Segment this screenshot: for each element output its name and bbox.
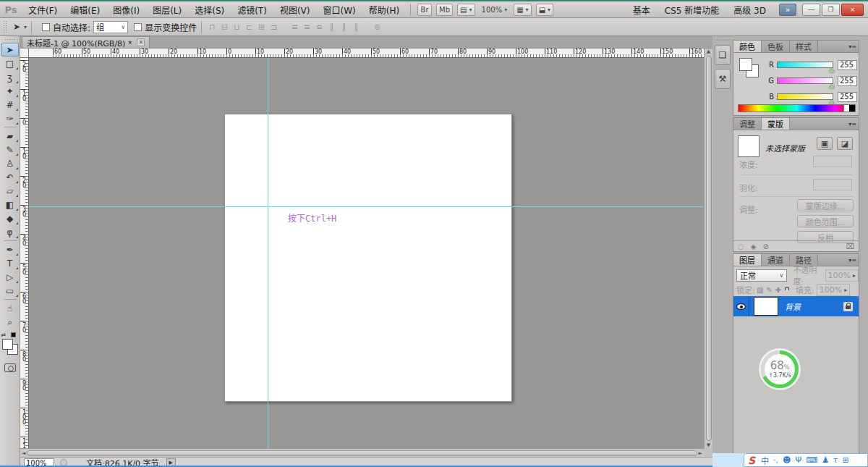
menu-item-1[interactable]: 编辑(E) xyxy=(64,1,106,17)
toolbox-icon[interactable]: ⊞ xyxy=(842,455,848,465)
black-swatch[interactable] xyxy=(849,105,855,112)
lock-image-pixels-icon[interactable]: ✎ xyxy=(766,286,772,294)
mask-button-1[interactable]: 颜色范围... xyxy=(797,215,854,227)
blur-tool[interactable]: ◆ xyxy=(1,211,19,225)
channel-slider-B[interactable] xyxy=(777,93,833,100)
history-brush-tool[interactable]: ↶ xyxy=(1,170,19,184)
layer-thumbnail[interactable] xyxy=(754,297,778,316)
workspace-overflow-button[interactable]: » xyxy=(779,4,796,16)
scroll-up-icon[interactable]: ▲ xyxy=(707,49,710,54)
quick-mask-mode-button[interactable] xyxy=(4,363,16,372)
scroll-right-icon[interactable]: ► xyxy=(699,450,702,456)
hand-tool[interactable]: ☝ xyxy=(1,301,19,315)
sogou-logo[interactable]: S xyxy=(748,455,755,466)
horizontal-ruler[interactable]: 6050403020100102030405060708090100110120… xyxy=(29,49,704,58)
align-horizontal-centers-icon[interactable]: ⊞ xyxy=(255,22,268,32)
masks-panel-tab-1[interactable]: 蒙版 xyxy=(762,118,790,130)
brush-tool[interactable]: ✎ xyxy=(1,143,19,156)
menu-item-7[interactable]: 窗口(W) xyxy=(316,1,362,17)
workspace-button-1[interactable]: CS5 新增功能 xyxy=(658,4,726,16)
screen-mode-button[interactable]: ⬓▾ xyxy=(536,4,553,16)
download-progress-widget[interactable]: 68% ↑3.7K/s xyxy=(761,350,799,388)
tools-panel-grip[interactable] xyxy=(4,38,16,41)
feather-input[interactable] xyxy=(813,179,852,190)
restore-button[interactable]: ❐ xyxy=(822,4,840,16)
channel-value-input[interactable]: 255 xyxy=(838,60,857,70)
distribute-horizontal-centers-icon[interactable]: ∥ xyxy=(338,22,350,32)
emoji-icon[interactable]: ☻ xyxy=(783,455,791,465)
channel-slider-G[interactable] xyxy=(777,77,833,84)
align-top-edges-icon[interactable]: ⊓ xyxy=(206,22,218,32)
menu-item-8[interactable]: 帮助(H) xyxy=(362,1,406,17)
auto-select-dropdown[interactable]: 组 ∨ xyxy=(93,21,128,33)
color-spectrum-ramp[interactable] xyxy=(738,104,856,112)
history-panel-button[interactable]: ❏ xyxy=(715,45,731,65)
tool-preset-caret-icon[interactable]: ▾ xyxy=(24,24,27,30)
density-input[interactable] xyxy=(813,156,852,167)
account-icon[interactable]: ♟ xyxy=(822,455,829,465)
zoom-level-button[interactable]: 100%▾ xyxy=(480,4,510,16)
vertical-scroll-thumb[interactable] xyxy=(706,56,712,441)
vertical-guide[interactable] xyxy=(268,58,268,448)
horizontal-guide[interactable] xyxy=(29,206,704,207)
panel-menu-icon[interactable]: ▾≡ xyxy=(848,121,859,127)
blend-mode-dropdown[interactable]: 正常 ∨ xyxy=(736,269,787,282)
tool-presets-panel-button[interactable]: ⚒ xyxy=(715,69,731,89)
layers-panel-tab-1[interactable]: 通道 xyxy=(762,254,790,266)
channel-value-input[interactable]: 255 xyxy=(838,76,857,86)
auto-select-checkbox[interactable] xyxy=(42,23,50,31)
align-vertical-centers-icon[interactable]: ⊟ xyxy=(218,22,231,32)
skin-icon[interactable]: т xyxy=(833,455,838,465)
align-bottom-edges-icon[interactable]: ⊔ xyxy=(231,22,243,32)
clone-stamp-tool[interactable]: ♙ xyxy=(1,156,19,170)
scroll-down-icon[interactable]: ▼ xyxy=(707,442,710,448)
menu-item-6[interactable]: 视图(V) xyxy=(273,1,317,17)
align-left-edges-icon[interactable]: ⊏ xyxy=(243,22,255,32)
color-panel-tab-2[interactable]: 样式 xyxy=(790,41,818,52)
move-tool[interactable]: ➤ xyxy=(1,43,19,56)
rectangle-tool[interactable]: ▭ xyxy=(1,284,19,298)
crop-tool[interactable]: # xyxy=(1,98,19,112)
distribute-top-edges-icon[interactable]: ≡ xyxy=(289,22,301,32)
default-colors-icon[interactable] xyxy=(11,332,16,337)
panel-menu-icon[interactable]: ▾≡ xyxy=(848,43,859,50)
apply-mask-icon[interactable]: ◈ xyxy=(751,243,757,251)
menu-item-3[interactable]: 图层(L) xyxy=(146,1,188,17)
bridge-button[interactable]: Br xyxy=(417,4,432,16)
swap-colors-icon[interactable]: ⇄ xyxy=(1,332,7,338)
white-swatch[interactable] xyxy=(843,105,849,112)
healing-brush-tool[interactable]: ▰ xyxy=(1,129,19,143)
slider-thumb-icon[interactable] xyxy=(829,68,835,72)
type-tool[interactable]: T xyxy=(1,256,19,270)
chinese-mode-icon[interactable]: 中 xyxy=(761,455,769,466)
workspace-button-0[interactable]: 基本 xyxy=(626,4,658,16)
close-tab-icon[interactable]: ✕ xyxy=(137,38,145,46)
vertical-ruler[interactable]: 20100102030405060708090100110 xyxy=(20,58,29,448)
disable-mask-icon[interactable]: ⊘ xyxy=(762,243,768,251)
eraser-tool[interactable]: ▱ xyxy=(1,184,19,198)
punctuation-icon[interactable]: ·, xyxy=(773,455,778,465)
foreground-color-swatch[interactable] xyxy=(2,339,13,350)
menu-item-2[interactable]: 图像(I) xyxy=(106,1,146,17)
color-panel-tab-0[interactable]: 颜色 xyxy=(733,41,762,52)
close-button[interactable]: × xyxy=(841,4,864,16)
layer-visibility-toggle[interactable] xyxy=(733,296,749,316)
horizontal-scrollbar[interactable]: ◄ ► xyxy=(20,448,704,457)
menu-item-0[interactable]: 文件(F) xyxy=(22,1,64,17)
distribute-left-edges-icon[interactable]: ∥ xyxy=(326,22,338,32)
mask-button-0[interactable]: 蒙版边缘... xyxy=(797,199,854,211)
lock-position-icon[interactable]: ✚ xyxy=(775,286,781,294)
scroll-left-icon[interactable]: ◄ xyxy=(22,450,25,456)
lasso-tool[interactable]: ʒ xyxy=(1,70,19,84)
view-extras-button[interactable]: ▤▾ xyxy=(457,4,475,16)
load-selection-icon[interactable]: ◌ xyxy=(738,243,744,251)
add-pixel-mask-button[interactable]: ▣ xyxy=(817,137,833,150)
layer-row-background[interactable]: 背景 xyxy=(733,296,859,316)
auto-align-layers-icon[interactable]: ⊛ xyxy=(371,22,383,32)
masks-panel-tab-0[interactable]: 调整 xyxy=(733,118,762,130)
slider-thumb-icon[interactable] xyxy=(829,84,835,88)
mini-bridge-button[interactable]: Mb xyxy=(436,4,453,16)
canvas-area[interactable]: 按下Ctrl+H xyxy=(29,58,704,448)
distribute-right-edges-icon[interactable]: ∥ xyxy=(350,22,362,32)
ruler-origin-box[interactable] xyxy=(20,49,29,58)
